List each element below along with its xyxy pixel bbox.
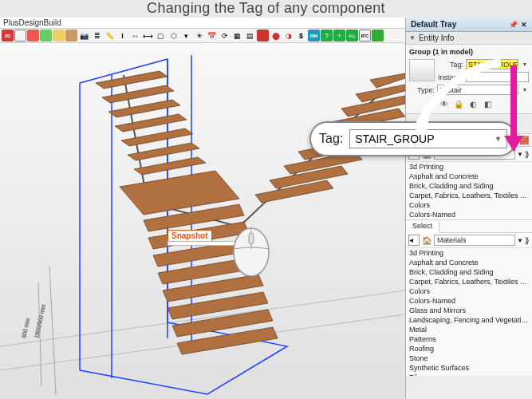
- tool-a-icon[interactable]: [257, 30, 269, 41]
- svg-rect-33: [249, 233, 254, 244]
- list-item[interactable]: Patterns: [406, 334, 532, 344]
- layers-icon[interactable]: ≣: [91, 30, 103, 41]
- list-item[interactable]: Metal: [406, 325, 532, 334]
- materials-list-2: 3d PrintingAsphalt and ConcreteBrick, Cl…: [406, 248, 532, 376]
- move-icon[interactable]: ↔: [129, 30, 141, 41]
- list-item[interactable]: Colors: [406, 286, 532, 296]
- chevron-down-icon[interactable]: ▼: [517, 237, 523, 244]
- camera-icon[interactable]: 📷: [78, 30, 90, 41]
- list-item[interactable]: 3d Printing: [406, 162, 532, 172]
- svg-text:900 mm: 900 mm: [21, 318, 30, 338]
- tape-icon[interactable]: 📏: [104, 30, 116, 41]
- svg-marker-2: [96, 71, 167, 89]
- svg-marker-36: [504, 136, 523, 152]
- svg-line-29: [49, 267, 56, 394]
- tray-title[interactable]: Default Tray 📌 ✕: [406, 18, 532, 32]
- svg-text:1800/900 mm: 1800/900 mm: [33, 304, 46, 338]
- list-item[interactable]: Brick, Cladding and Siding: [406, 181, 532, 191]
- all-icon[interactable]: ALL: [346, 30, 358, 41]
- back-icon[interactable]: ◂: [408, 235, 420, 246]
- dimension-icon[interactable]: ⟷: [142, 30, 154, 41]
- bim-icon[interactable]: BIM: [308, 30, 320, 41]
- svg-line-0: [0, 290, 405, 346]
- help-icon[interactable]: ?: [321, 30, 333, 41]
- refresh-icon[interactable]: ⟳: [219, 30, 231, 41]
- square-icon[interactable]: [14, 30, 26, 41]
- list-item[interactable]: Synthetic Surfaces: [406, 363, 532, 373]
- tool-b-icon[interactable]: ⬤: [270, 30, 282, 41]
- pin-icon[interactable]: 📌: [509, 21, 518, 29]
- list-item[interactable]: Glass and Mirrors: [406, 306, 532, 315]
- grid2-icon[interactable]: ▤: [244, 30, 256, 41]
- callout-label: Tag:: [319, 132, 343, 146]
- calendar-icon[interactable]: 📅: [206, 30, 218, 41]
- list-item[interactable]: Asphalt and Concrete: [406, 172, 532, 181]
- cube-blue-icon[interactable]: [53, 30, 65, 41]
- details-icon[interactable]: ⟫: [525, 236, 530, 245]
- list-item[interactable]: Roofing: [406, 344, 532, 354]
- main-toolbar: 2D 📷 ≣ 📏 I ↔ ⟷ ▢ ⬡ ▾ ☀ 📅 ⟳ ▦ ▤ ⬤ ◑ $ BIM…: [0, 29, 405, 43]
- box-icon[interactable]: ▢: [155, 30, 167, 41]
- app-titlebar: PlusDesignBuild: [0, 18, 405, 29]
- hex-icon[interactable]: ⬡: [167, 30, 179, 41]
- list-item[interactable]: Landscaping, Fencing and Vegetation: [406, 315, 532, 325]
- list-item[interactable]: Colors-Named: [406, 296, 532, 306]
- svg-marker-3: [102, 85, 174, 103]
- grid-icon[interactable]: ▦: [231, 30, 243, 41]
- snapshot-label: Snapshot: [167, 230, 212, 242]
- model-viewport[interactable]: 900 mm 1800/900 mm Snapshot: [0, 43, 405, 399]
- text-icon[interactable]: I: [116, 30, 128, 41]
- dollar-icon[interactable]: $: [295, 30, 307, 41]
- list-item[interactable]: 3d Printing: [406, 248, 532, 258]
- list-item[interactable]: Colors: [406, 200, 532, 210]
- home-icon[interactable]: 🏠: [421, 235, 432, 246]
- cube-tan-icon[interactable]: [65, 30, 77, 41]
- materials-panel-2: Select ◂ 🏠 Materials ▼ ⟫ 3d PrintingAsph…: [406, 219, 532, 376]
- svg-marker-4: [108, 100, 180, 117]
- list-item[interactable]: Carpet, Fabrics, Leathers, Textiles and …: [406, 277, 532, 286]
- page-caption: Changing the Tag of any component: [0, 0, 532, 18]
- svg-marker-8: [134, 157, 206, 175]
- entity-info-header[interactable]: ▼ Entity Info: [406, 32, 532, 45]
- sun-icon[interactable]: ☀: [193, 30, 205, 41]
- svg-marker-5: [115, 114, 187, 132]
- dropdown-icon[interactable]: ▾: [180, 30, 192, 41]
- materials-dropdown[interactable]: Materials: [434, 235, 515, 246]
- list-item[interactable]: Asphalt and Concrete: [406, 258, 532, 267]
- mouse-icon: [231, 222, 271, 278]
- list-item[interactable]: Brick, Cladding and Siding: [406, 267, 532, 277]
- collapse-icon: ▼: [409, 34, 416, 41]
- svg-marker-6: [121, 128, 193, 146]
- materials-list-1: 3d PrintingAsphalt and ConcreteBrick, Cl…: [406, 162, 532, 219]
- cube-red-icon[interactable]: [27, 30, 39, 41]
- 2d-icon[interactable]: 2D: [2, 30, 14, 41]
- green-icon[interactable]: [372, 30, 384, 41]
- tab-select[interactable]: Select: [406, 221, 439, 233]
- close-icon[interactable]: ✕: [521, 21, 527, 29]
- tray-title-text: Default Tray: [411, 20, 456, 29]
- entity-info-title: Entity Info: [419, 34, 454, 42]
- entity-group-label: Group (1 in model): [409, 48, 529, 56]
- add-icon[interactable]: +: [333, 30, 345, 41]
- list-item[interactable]: Colors-Named: [406, 210, 532, 219]
- list-item[interactable]: Tile: [406, 373, 532, 376]
- ifc-icon[interactable]: IFC: [359, 30, 371, 41]
- cube-green-icon[interactable]: [40, 30, 52, 41]
- magenta-arrow: [501, 65, 526, 153]
- list-item[interactable]: Stone: [406, 354, 532, 363]
- tool-c-icon[interactable]: ◑: [282, 30, 294, 41]
- list-item[interactable]: Carpet, Fabrics, Leathers, Textiles and …: [406, 191, 532, 200]
